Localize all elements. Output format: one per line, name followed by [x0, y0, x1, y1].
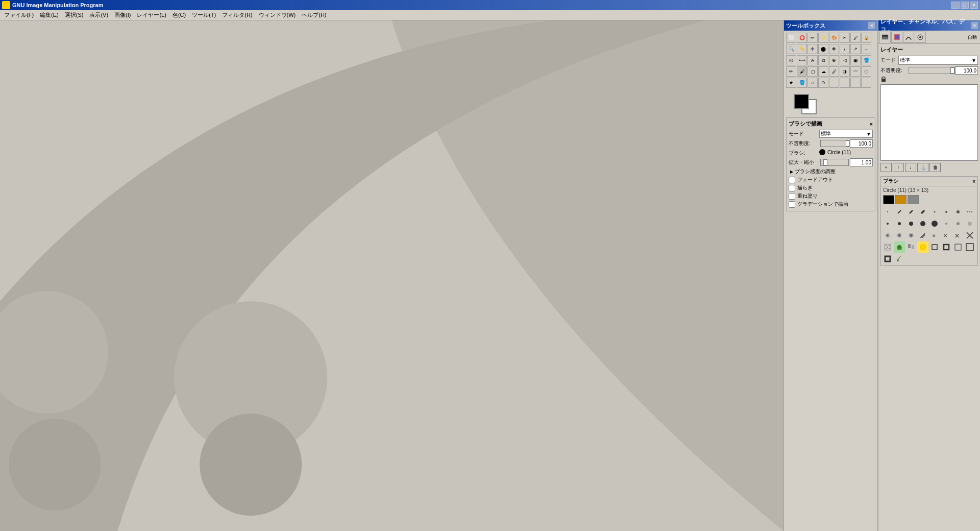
tool-scissors-select[interactable]: ✂ [840, 33, 850, 43]
incremental-checkbox[interactable] [789, 185, 795, 191]
brush-options-close[interactable]: × [870, 121, 873, 127]
brush-swatch-15[interactable] [964, 218, 975, 229]
brush-swatch-17[interactable] [894, 230, 905, 241]
foreground-color-swatch[interactable] [794, 94, 809, 109]
tool-bucket[interactable]: 🪣 [861, 55, 871, 65]
tool-extra5[interactable] [861, 78, 871, 88]
tool-dodge-burn[interactable]: ◑ [840, 66, 850, 77]
menu-tools[interactable]: ツール(T) [189, 10, 219, 20]
brush-swatch-4[interactable] [929, 206, 940, 218]
right-panel-close[interactable]: × [971, 22, 978, 29]
tab-layers[interactable] [879, 32, 891, 43]
tool-extra3[interactable] [840, 78, 850, 88]
brush-swatch-2[interactable] [905, 206, 917, 218]
scale-slider-thumb[interactable] [823, 159, 827, 165]
tool-color-picker[interactable]: 🔒 [861, 33, 871, 43]
tool-extra2[interactable] [829, 78, 839, 88]
menu-color[interactable]: 色(C) [169, 10, 189, 20]
menu-edit[interactable]: 編集(E) [37, 10, 62, 20]
brush-swatch-33[interactable] [894, 253, 905, 264]
tool-airbrush[interactable]: ☁ [818, 66, 828, 77]
tool-text[interactable]: A [807, 55, 818, 65]
color-chip-black[interactable] [883, 195, 894, 204]
menu-layer[interactable]: レイヤー(L) [134, 10, 169, 20]
delete-layer-button[interactable]: 🗑 [929, 163, 941, 172]
tool-extra1[interactable]: ⊙ [818, 78, 828, 88]
tool-clone[interactable]: ⧉ [818, 55, 828, 65]
new-layer-button[interactable]: + [880, 163, 892, 172]
tool-paintbrush[interactable]: 🖌 [797, 66, 807, 77]
tool-pencil[interactable]: ✏ [786, 66, 796, 77]
layers-mode-select[interactable]: 標準 ▼ [898, 56, 978, 65]
tool-convolve[interactable]: ◌ [861, 66, 871, 77]
close-button[interactable]: × [970, 2, 978, 9]
fadeout-checkbox[interactable] [789, 177, 795, 183]
tool-rotate[interactable]: / [840, 44, 850, 54]
brush-swatch-22[interactable]: ✕ [952, 230, 964, 241]
gradient-checkbox[interactable] [789, 201, 795, 208]
move-layer-down-button[interactable]: ↓ [905, 163, 916, 172]
color-chip-orange[interactable] [895, 195, 906, 204]
opacity-slider[interactable] [820, 140, 849, 147]
brush-swatch-25[interactable] [894, 242, 905, 253]
tool-extra4[interactable] [850, 78, 861, 88]
brush-swatch-6[interactable] [952, 206, 964, 218]
tool-ink[interactable]: 🖊 [829, 66, 839, 77]
brush-swatch-16[interactable] [882, 230, 893, 241]
layers-opacity-slider[interactable] [909, 67, 955, 74]
brush-swatch-26[interactable] [905, 242, 917, 253]
tool-crop[interactable]: ✥ [829, 44, 839, 54]
tool-fuzzy-select[interactable]: ⚡ [818, 33, 828, 43]
tool-perspective[interactable]: ◁ [840, 55, 850, 65]
mode-select[interactable]: 標準 ▼ [819, 130, 873, 138]
tab-channels[interactable] [891, 32, 902, 43]
brush-swatch-5[interactable] [941, 206, 952, 218]
brush-swatch-0[interactable] [882, 206, 893, 218]
tool-flip[interactable]: ⟺ [797, 55, 807, 65]
brush-swatch-11[interactable] [917, 218, 928, 229]
opacity-thumb[interactable] [950, 67, 954, 74]
tool-shear[interactable]: → [861, 44, 871, 54]
layers-opacity-value[interactable]: 100.0 [955, 66, 978, 75]
tool-heal[interactable]: ⊕ [829, 55, 839, 65]
tool-measure[interactable]: 📏 [797, 44, 807, 54]
scale-slider[interactable] [820, 159, 849, 166]
tool-rect-select[interactable]: ⬜ [786, 33, 796, 43]
move-layer-up-button[interactable]: ↑ [893, 163, 904, 172]
tool-zoom[interactable]: 🔍 [786, 44, 796, 54]
tool-move[interactable]: ✛ [807, 44, 818, 54]
brush-swatch-24[interactable] [882, 242, 893, 253]
tab-paths[interactable] [903, 32, 914, 43]
canvas[interactable] [0, 20, 783, 531]
tool-bucket2[interactable]: 🪣 [797, 78, 807, 88]
brush-swatch-8[interactable] [882, 218, 893, 229]
opacity-value[interactable]: 100.0 [850, 139, 873, 148]
brush-swatch-29[interactable] [941, 242, 952, 253]
tool-scale[interactable]: ↗ [850, 44, 861, 54]
tool-transform[interactable]: ◎ [786, 55, 796, 65]
canvas-area[interactable] [0, 20, 783, 531]
tool-star[interactable]: ★ [786, 78, 796, 88]
color-chip-gray[interactable] [908, 195, 919, 204]
tool-path[interactable]: 🖊 [850, 33, 861, 43]
brush-pressure-expand[interactable]: ▶ [789, 168, 795, 175]
opacity-slider-thumb[interactable] [846, 140, 850, 147]
menu-filter[interactable]: フィルタ(R) [219, 10, 255, 20]
brush-swatch-14[interactable] [952, 218, 964, 229]
brush-swatch-9[interactable] [894, 218, 905, 229]
minimize-button[interactable]: _ [951, 2, 960, 9]
brush-panel-close[interactable]: × [972, 179, 975, 184]
brush-swatch-18[interactable] [905, 230, 917, 241]
brush-swatch-3[interactable] [917, 206, 928, 218]
tab-extra[interactable] [915, 32, 926, 43]
menu-select[interactable]: 選択(S) [62, 10, 87, 20]
menu-window[interactable]: ウィンドウ(W) [256, 10, 299, 20]
tool-circle-select[interactable]: ○ [807, 78, 818, 88]
tool-align[interactable]: ⬤ [818, 44, 828, 54]
tool-select-by-color[interactable]: 🎨 [829, 33, 839, 43]
brush-swatch-31[interactable] [964, 242, 975, 253]
overwrite-checkbox[interactable] [789, 193, 795, 200]
tool-ellipse-select[interactable]: ⭕ [797, 33, 807, 43]
tool-free-select[interactable]: ✏ [807, 33, 818, 43]
brush-swatch-27[interactable] [917, 242, 928, 253]
